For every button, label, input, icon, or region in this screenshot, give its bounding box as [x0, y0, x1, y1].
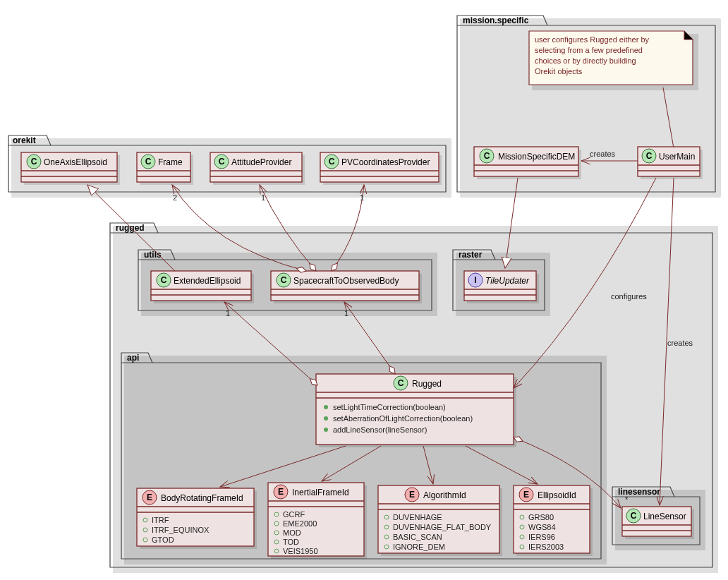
pkg-mission-label: mission.specific: [463, 16, 529, 25]
svg-text:ITRF: ITRF: [152, 516, 169, 524]
svg-text:EME2000: EME2000: [283, 519, 317, 528]
svg-text:1: 1: [360, 193, 364, 202]
svg-text:selecting from a few predefine: selecting from a few predefined: [535, 46, 643, 54]
svg-text:C: C: [646, 151, 653, 161]
svg-text:InertialFrameId: InertialFrameId: [292, 488, 349, 497]
interface-tile-updater: I TileUpdater: [464, 271, 539, 303]
svg-text:creates: creates: [667, 339, 693, 347]
svg-text:E: E: [147, 493, 152, 502]
class-one-axis-ellipsoid: C OneAxisEllipsoid: [21, 152, 120, 185]
svg-text:E: E: [523, 490, 529, 500]
svg-text:DUVENHAGE_FLAT_BODY: DUVENHAGE_FLAT_BODY: [393, 523, 492, 531]
svg-text:GTOD: GTOD: [152, 536, 174, 544]
svg-text:AttitudeProvider: AttitudeProvider: [231, 157, 291, 167]
svg-text:C: C: [631, 511, 637, 521]
svg-text:Rugged: Rugged: [412, 379, 442, 389]
svg-text:C: C: [219, 157, 225, 167]
svg-text:UserMain: UserMain: [659, 152, 695, 162]
pkg-rugged-label: rugged: [116, 223, 145, 233]
class-rugged: C Rugged setLightTimeCorrection(boolean)…: [316, 374, 516, 447]
svg-point-86: [324, 416, 328, 421]
svg-text:C: C: [281, 275, 287, 285]
svg-text:C: C: [161, 275, 167, 285]
svg-text:PVCoordinatesProvider: PVCoordinatesProvider: [341, 157, 430, 167]
svg-text:E: E: [278, 487, 284, 497]
svg-text:IERS2003: IERS2003: [528, 543, 564, 551]
pkg-utils: utils C ExtendedEllipsoid C SpacecraftTo…: [138, 250, 437, 316]
svg-text:VEIS1950: VEIS1950: [283, 547, 318, 555]
class-spacecraft-to-observed-body: C SpacecraftToObservedBody: [271, 271, 422, 303]
svg-text:GCRF: GCRF: [283, 510, 305, 519]
enum-body-rotating-frame-id: E BodyRotatingFrameId ITRF ITRF_EQUINOX …: [137, 488, 257, 549]
svg-text:1: 1: [226, 309, 230, 318]
svg-text:user configures Rugged either : user configures Rugged either by: [535, 35, 650, 44]
pkg-orekit-label: orekit: [13, 135, 36, 145]
class-frame: C Frame: [137, 152, 193, 185]
svg-text:IERS96: IERS96: [528, 533, 555, 541]
pkg-api: api C Rugged setLightTimeCorrection(bool…: [121, 353, 607, 564]
pkg-raster: raster I TileUpdater: [453, 250, 550, 316]
svg-text:2: 2: [173, 193, 177, 202]
svg-text:WGS84: WGS84: [528, 523, 556, 531]
svg-text:LineSensor: LineSensor: [643, 512, 686, 521]
svg-text:EllipsoidId: EllipsoidId: [538, 490, 576, 500]
svg-point-84: [324, 405, 328, 409]
svg-text:ITRF_EQUINOX: ITRF_EQUINOX: [152, 526, 210, 534]
svg-text:MOD: MOD: [283, 528, 301, 537]
svg-text:creates: creates: [590, 150, 616, 158]
enum-ellipsoid-id: E EllipsoidId GRS80 WGS84 IERS96 IERS200…: [514, 485, 593, 556]
svg-text:C: C: [484, 151, 490, 161]
uml-diagram: mission.specific user configures Rugged …: [0, 0, 728, 580]
class-attitude-provider: C AttitudeProvider: [210, 152, 305, 185]
enum-inertial-frame-id: E InertialFrameId GCRF EME2000 MOD TOD V…: [268, 483, 367, 559]
svg-text:BASIC_SCAN: BASIC_SCAN: [393, 533, 442, 541]
svg-text:Frame: Frame: [158, 157, 183, 167]
svg-text:1: 1: [344, 309, 348, 318]
pkg-mission-specific: mission.specific user configures Rugged …: [457, 16, 721, 198]
pkg-rugged: rugged utils C ExtendedEllipsoid C Space…: [110, 223, 718, 573]
svg-text:C: C: [31, 157, 37, 167]
svg-text:Orekit objects: Orekit objects: [535, 67, 583, 75]
svg-text:setAberrationOfLightCorrection: setAberrationOfLightCorrection(boolean): [333, 414, 473, 423]
svg-text:GRS80: GRS80: [528, 513, 554, 521]
svg-text:TileUpdater: TileUpdater: [485, 276, 530, 286]
svg-text:ExtendedEllipsoid: ExtendedEllipsoid: [174, 276, 241, 286]
svg-text:setLightTimeCorrection(boolean: setLightTimeCorrection(boolean): [333, 403, 446, 411]
class-user-main: C UserMain: [638, 147, 703, 179]
svg-text:*: *: [625, 495, 629, 504]
svg-text:MissionSpecificDEM: MissionSpecificDEM: [498, 152, 575, 162]
svg-text:TOD: TOD: [283, 538, 299, 546]
enum-algorithm-id: E AlgorithmId DUVENHAGE DUVENHAGE_FLAT_B…: [378, 485, 502, 556]
svg-text:choices or by directly buildin: choices or by directly building: [535, 56, 636, 65]
svg-text:DUVENHAGE: DUVENHAGE: [393, 513, 442, 521]
svg-text:AlgorithmId: AlgorithmId: [423, 490, 466, 500]
svg-text:C: C: [398, 378, 404, 388]
pkg-orekit: orekit C OneAxisEllipsoid C Frame C Atti…: [8, 135, 451, 198]
svg-text:I: I: [474, 275, 476, 285]
svg-text:E: E: [409, 490, 415, 500]
svg-text:api: api: [127, 353, 139, 363]
svg-text:SpacecraftToObservedBody: SpacecraftToObservedBody: [293, 276, 399, 286]
svg-text:BodyRotatingFrameId: BodyRotatingFrameId: [161, 493, 243, 503]
svg-text:1: 1: [261, 193, 265, 202]
class-pv-coordinates-provider: C PVCoordinatesProvider: [320, 152, 442, 185]
class-line-sensor: C LineSensor: [622, 507, 694, 539]
svg-text:C: C: [329, 157, 335, 167]
svg-point-88: [324, 428, 328, 432]
svg-text:raster: raster: [459, 250, 483, 260]
svg-text:IGNORE_DEM: IGNORE_DEM: [393, 543, 445, 551]
svg-text:OneAxisEllipsoid: OneAxisEllipsoid: [44, 157, 107, 167]
class-extended-ellipsoid: C ExtendedEllipsoid: [151, 271, 254, 303]
svg-text:addLineSensor(lineSensor): addLineSensor(lineSensor): [333, 425, 427, 434]
class-mission-specific-dem: C MissionSpecificDEM: [474, 147, 581, 179]
svg-text:configures: configures: [611, 292, 647, 301]
svg-text:C: C: [145, 157, 152, 167]
